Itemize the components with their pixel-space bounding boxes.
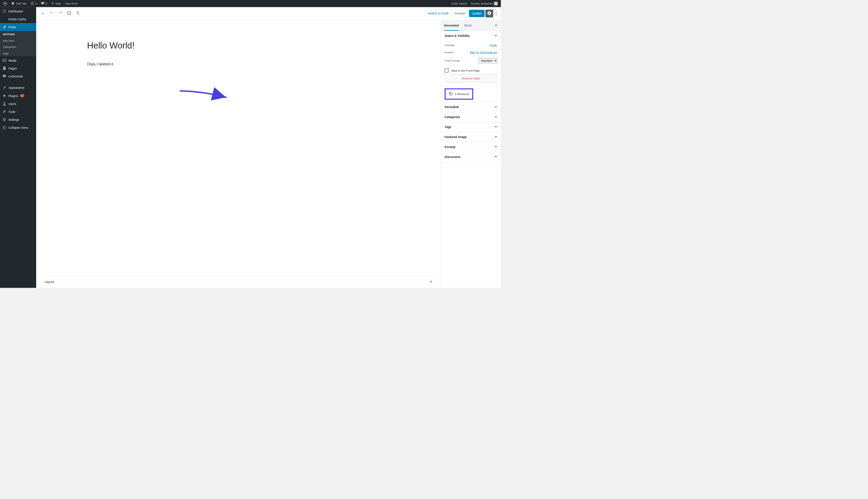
panel-featured-toggle[interactable]: Featured Image [441, 132, 501, 142]
info-icon [67, 11, 72, 16]
account-link[interactable]: Howdy, testadmin [469, 2, 500, 5]
settings-toggle-button[interactable] [485, 9, 493, 17]
menu-kinsta-cache[interactable]: Kinsta Cache [0, 15, 36, 23]
svg-point-9 [4, 120, 4, 121]
chevron-down-icon [495, 105, 497, 109]
updates-link[interactable]: 6 [29, 1, 39, 6]
stick-front-row[interactable]: Stick to the Front Page [445, 65, 497, 75]
submenu-categories[interactable]: Categories [0, 44, 36, 50]
menu-dashboard[interactable]: Dashboard [0, 7, 36, 15]
stick-checkbox[interactable] [445, 68, 449, 73]
panel-categories: Categories [441, 112, 501, 122]
posts-submenu: All Posts Add New Categories Tags [0, 31, 36, 56]
comments-count: 0 [45, 2, 47, 5]
redo-button[interactable] [56, 9, 64, 17]
switch-to-draft-button[interactable]: Switch to Draft [425, 10, 451, 17]
panel-tags-toggle[interactable]: Tags [441, 122, 501, 132]
clear-cache-link[interactable]: Clear Cache [450, 2, 469, 5]
menu-posts[interactable]: Posts [0, 23, 36, 31]
gear-icon [487, 11, 492, 16]
comments-link[interactable]: 0 [39, 1, 49, 6]
panel-categories-toggle[interactable]: Categories [441, 112, 501, 122]
menu-comments[interactable]: Comments [0, 72, 36, 80]
tab-block[interactable]: Block [464, 20, 472, 31]
svg-point-3 [5, 60, 6, 60]
comment-icon [41, 1, 44, 6]
outline-button[interactable] [74, 9, 82, 17]
editor-toolbar: Switch to Draft Preview Update [36, 7, 501, 20]
submenu-add-new[interactable]: Add New [0, 37, 36, 43]
refresh-icon [31, 1, 34, 6]
new-link[interactable]: New [49, 2, 63, 6]
menu-appearance[interactable]: Appearance [0, 84, 36, 92]
publish-date-link[interactable]: Mar 14, 2019 8:08 am [470, 51, 497, 54]
view-post-link[interactable]: View Post [63, 2, 79, 5]
svg-point-0 [3, 2, 7, 5]
panel-discussion: Discussion [441, 152, 501, 162]
preview-button[interactable]: Preview [452, 10, 468, 17]
update-button[interactable]: Update [469, 10, 485, 17]
chevron-up-icon [495, 34, 497, 38]
chevron-down-icon [495, 155, 497, 159]
post-content[interactable]: Oops I deleted it. [87, 62, 441, 66]
more-options-button[interactable] [494, 12, 498, 15]
menu-tools[interactable]: Tools [0, 108, 36, 116]
svg-point-6 [3, 102, 5, 104]
revisions-label: 2 Revisions [455, 93, 469, 96]
annotation-arrow [179, 89, 229, 102]
new-label: New [55, 2, 61, 5]
wrench-icon [2, 110, 7, 114]
editor-canvas[interactable]: Hello World! Oops I deleted it. Layout ▼ [36, 20, 441, 288]
media-icon [2, 59, 7, 63]
panel-excerpt-toggle[interactable]: Excerpt [441, 142, 501, 152]
post-format-select[interactable]: Standard [478, 58, 497, 63]
svg-point-7 [3, 118, 4, 119]
brush-icon [2, 86, 7, 90]
undo-button[interactable] [48, 9, 55, 17]
move-to-trash-button[interactable]: Move to trash [445, 74, 497, 82]
collapse-menu[interactable]: Collapse menu [0, 124, 36, 131]
panel-tags: Tags [441, 122, 501, 132]
plus-circle-icon [42, 12, 44, 15]
menu-settings[interactable]: Settings [0, 116, 36, 124]
panel-permalink: Permalink [441, 102, 501, 112]
tab-document[interactable]: Document [444, 20, 459, 31]
caret-down-icon: ▼ [429, 280, 432, 284]
svg-rect-14 [78, 14, 79, 14]
pin-icon [2, 25, 7, 29]
chevron-down-icon [495, 115, 497, 119]
history-icon [449, 92, 453, 96]
updates-count: 6 [35, 2, 37, 5]
menu-pages[interactable]: Pages [0, 64, 36, 72]
menu-media[interactable]: Media [0, 56, 36, 64]
panel-excerpt: Excerpt [441, 142, 501, 152]
menu-users[interactable]: Users [0, 100, 36, 108]
admin-sidebar: Dashboard Kinsta Cache Posts All Posts A… [0, 7, 36, 288]
layout-panel[interactable]: Layout ▼ [42, 276, 435, 288]
submenu-all-posts[interactable]: All Posts [0, 31, 36, 37]
post-title-input[interactable]: Hello World! [87, 41, 441, 51]
close-settings-button[interactable]: ✕ [495, 23, 498, 28]
info-button[interactable] [65, 9, 73, 17]
chevron-down-icon [495, 125, 497, 129]
submenu-tags[interactable]: Tags [0, 50, 36, 56]
revisions-button[interactable]: 2 Revisions [445, 88, 473, 100]
plus-icon [51, 2, 54, 6]
user-icon [2, 102, 7, 106]
panel-discussion-toggle[interactable]: Discussion [441, 152, 501, 161]
visibility-link[interactable]: Public [490, 43, 497, 46]
layout-label: Layout [44, 280, 54, 284]
panel-status-toggle[interactable]: Status & Visibility [441, 31, 501, 41]
svg-point-10 [3, 126, 6, 129]
menu-plugins[interactable]: Plugins3 [0, 92, 36, 100]
wp-logo[interactable] [1, 2, 9, 6]
dashboard-icon [2, 9, 7, 13]
add-block-button[interactable] [39, 9, 47, 17]
list-icon [75, 11, 80, 16]
admin-toolbar: Test Site 6 0 New View Post Clear Cache … [0, 0, 501, 7]
site-link[interactable]: Test Site [9, 1, 29, 6]
visibility-row: Visibility Public [445, 42, 497, 49]
panel-permalink-toggle[interactable]: Permalink [441, 102, 501, 112]
chevron-down-icon [495, 135, 497, 139]
kinsta-icon [2, 17, 7, 21]
